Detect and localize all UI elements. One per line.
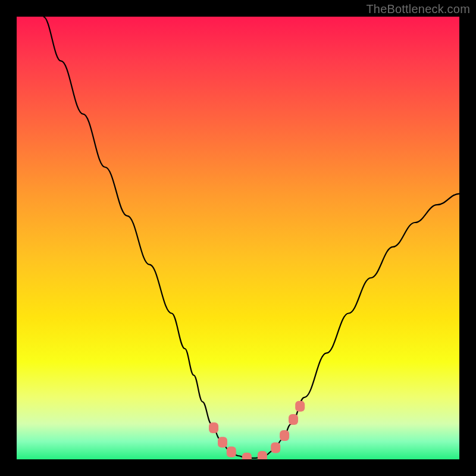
sweet-spot-marker xyxy=(258,451,267,459)
curve-line xyxy=(43,17,459,458)
sweet-spot-marker xyxy=(280,430,289,441)
chart-container: TheBottleneck.com xyxy=(0,0,476,476)
chart-svg xyxy=(17,17,459,459)
plot-area xyxy=(17,17,459,459)
sweet-spot-markers xyxy=(209,401,305,459)
sweet-spot-marker xyxy=(242,453,252,459)
sweet-spot-marker xyxy=(289,414,298,425)
sweet-spot-marker xyxy=(295,401,305,412)
sweet-spot-marker xyxy=(209,422,218,433)
sweet-spot-marker xyxy=(218,437,227,447)
sweet-spot-marker xyxy=(227,446,236,457)
watermark-text: TheBottleneck.com xyxy=(366,2,470,16)
sweet-spot-marker xyxy=(271,443,280,453)
